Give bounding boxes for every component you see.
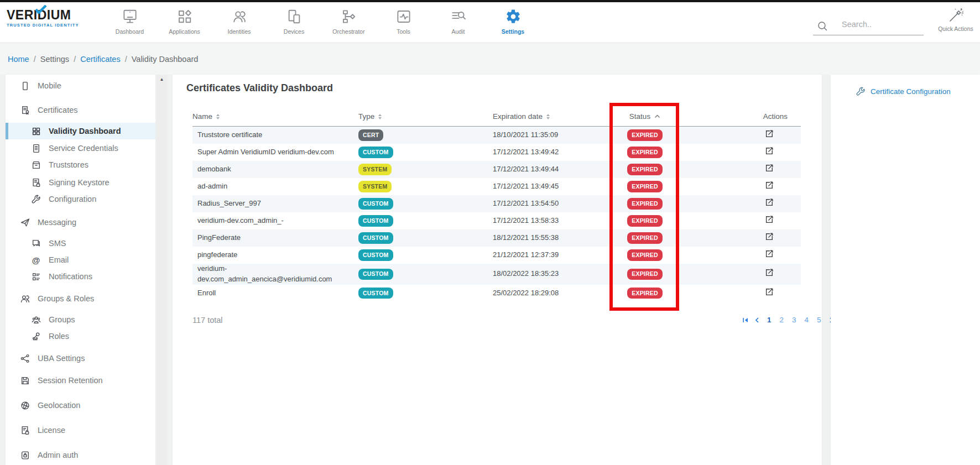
nav-item-settings[interactable]: Settings	[486, 3, 540, 35]
sidebar-item-sms[interactable]: SMS	[6, 235, 155, 252]
sidebar-scrollbar[interactable]: ▲	[157, 75, 167, 465]
sidebar-item-session-retention[interactable]: Session Retention	[6, 372, 155, 389]
cell-type: CUSTOM	[358, 247, 493, 264]
nav-item-dashboard[interactable]: Dashboard	[102, 3, 157, 35]
page-number-3[interactable]: 3	[790, 316, 798, 324]
table-row: PingFederateCUSTOM18/12/2021 15:55:38EXP…	[192, 229, 801, 247]
at-icon: @	[31, 255, 41, 265]
cell-actions	[692, 127, 801, 144]
logo-tagline: TRUSTED DIGITAL IDENTITY	[7, 23, 101, 28]
breadcrumb-separator: /	[125, 55, 127, 64]
license-lock-icon	[20, 425, 30, 435]
scroll-up-arrow-icon[interactable]: ▲	[157, 77, 167, 82]
sidebar-item-validity-dashboard[interactable]: Validity Dashboard	[6, 123, 155, 139]
nav-item-identities[interactable]: Identities	[212, 3, 267, 35]
breadcrumb: Home/Settings/Certificates/Validity Dash…	[0, 43, 980, 75]
applications-icon	[176, 8, 193, 25]
sidebar-item-groups-roles[interactable]: Groups & Roles	[6, 290, 155, 307]
column-header-expiration-date[interactable]: Expiration date	[493, 107, 598, 127]
devices-icon	[286, 8, 303, 25]
sidebar-item-mobile[interactable]: Mobile	[6, 77, 155, 94]
sidebar-item-messaging[interactable]: Messaging	[6, 214, 155, 231]
cell-expiration: 17/12/2021 13:49:44	[493, 161, 598, 178]
sidebar-item-configuration[interactable]: Configuration	[6, 191, 155, 207]
nav-item-tools[interactable]: Tools	[376, 3, 431, 35]
nav-item-audit[interactable]: Audit	[431, 3, 486, 35]
status-badge: EXPIRED	[627, 215, 663, 226]
table-row: EnrollCUSTOM25/02/2022 18:29:08EXPIRED	[192, 285, 801, 302]
nav-label: Applications	[169, 28, 200, 35]
type-badge: CUSTOM	[358, 147, 393, 158]
open-action-icon[interactable]	[765, 287, 774, 296]
page-number-2[interactable]: 2	[778, 316, 786, 324]
open-action-icon[interactable]	[765, 249, 774, 258]
sort-both-icon	[378, 114, 382, 119]
quick-actions-button[interactable]: Quick Actions	[934, 7, 978, 32]
settings-gear-icon	[505, 8, 522, 25]
column-label: Expiration date	[493, 112, 543, 121]
open-action-icon[interactable]	[765, 163, 774, 173]
open-action-icon[interactable]	[765, 268, 774, 277]
sidebar-item-service-credentials[interactable]: Service Credentials	[6, 140, 155, 156]
sidebar-item-truststores[interactable]: Truststores	[6, 156, 155, 173]
status-badge: EXPIRED	[627, 232, 663, 243]
audit-icon	[450, 8, 467, 25]
sidebar-item-geolocation[interactable]: Geolocation	[6, 397, 155, 414]
sidebar-item-admin-auth[interactable]: Admin auth	[6, 447, 155, 463]
cell-type: CUSTOM	[358, 212, 493, 229]
table-row: veridium-dev.com_admin_aencica@veridiumi…	[192, 264, 801, 285]
status-badge: EXPIRED	[627, 198, 663, 209]
status-badge: EXPIRED	[627, 181, 663, 192]
column-header-status[interactable]: Status	[598, 107, 692, 127]
list-icon	[31, 271, 41, 281]
cell-actions	[692, 161, 801, 178]
page-number-4[interactable]: 4	[803, 316, 811, 324]
nav-item-applications[interactable]: Applications	[157, 3, 212, 35]
open-action-icon[interactable]	[765, 232, 774, 241]
roles-icon	[31, 331, 41, 341]
certificate-icon	[20, 105, 30, 115]
page-number-5[interactable]: 5	[815, 316, 823, 324]
globe-icon	[20, 400, 30, 410]
identities-icon	[231, 8, 248, 25]
sidebar-item-groups[interactable]: Groups	[6, 311, 155, 328]
sidebar-item-certificates[interactable]: Certificates	[6, 102, 155, 118]
table-row: Super Admin VeridiumID veridium-dev.comC…	[192, 144, 801, 161]
certificate-configuration-link[interactable]: Certificate Configuration	[856, 87, 951, 96]
sidebar-item-signing-keystore[interactable]: Signing Keystore	[6, 174, 155, 191]
veridium-logo[interactable]: VERIDIUM TRUSTED DIGITAL IDENTITY	[7, 9, 101, 28]
sidebar-item-license[interactable]: License	[6, 422, 155, 438]
breadcrumb-home[interactable]: Home	[8, 55, 29, 64]
type-badge: SYSTEM	[358, 181, 392, 192]
wrench-icon	[31, 194, 41, 204]
page-number-1[interactable]: 1	[765, 316, 773, 324]
status-badge: EXPIRED	[627, 288, 663, 299]
open-action-icon[interactable]	[765, 146, 774, 155]
sidebar-item-label: Email	[49, 255, 69, 264]
search-input[interactable]	[841, 19, 923, 29]
open-action-icon[interactable]	[765, 215, 774, 224]
sidebar-item-email[interactable]: @Email	[6, 252, 155, 268]
table-row: Truststore certificateCERT18/10/2021 11:…	[192, 127, 801, 144]
breadcrumb-certificates[interactable]: Certificates	[80, 55, 121, 64]
nav-item-orchestrator[interactable]: Orchestrator	[321, 3, 376, 35]
cell-expiration: 21/12/2021 12:37:39	[493, 247, 598, 264]
open-action-icon[interactable]	[765, 180, 774, 190]
column-header-type[interactable]: Type	[358, 107, 493, 127]
nav-item-devices[interactable]: Devices	[267, 3, 321, 35]
sidebar-item-notifications[interactable]: Notifications	[6, 268, 155, 285]
page-first-icon[interactable]	[742, 317, 749, 323]
sidebar-item-roles[interactable]: Roles	[6, 328, 155, 344]
open-action-icon[interactable]	[765, 129, 774, 138]
sidebar-item-uba-settings[interactable]: UBA Settings	[6, 350, 155, 367]
breadcrumb-separator: /	[74, 55, 76, 64]
page-prev-icon[interactable]	[754, 317, 760, 323]
grid-icon	[31, 126, 41, 136]
open-action-icon[interactable]	[765, 197, 774, 207]
cell-status: EXPIRED	[598, 264, 692, 285]
column-header-name[interactable]: Name	[192, 107, 358, 127]
cell-actions	[692, 178, 801, 195]
table-body: Truststore certificateCERT18/10/2021 11:…	[192, 127, 801, 302]
cell-type: CERT	[358, 127, 493, 144]
cell-expiration: 18/02/2022 18:35:23	[493, 264, 598, 285]
